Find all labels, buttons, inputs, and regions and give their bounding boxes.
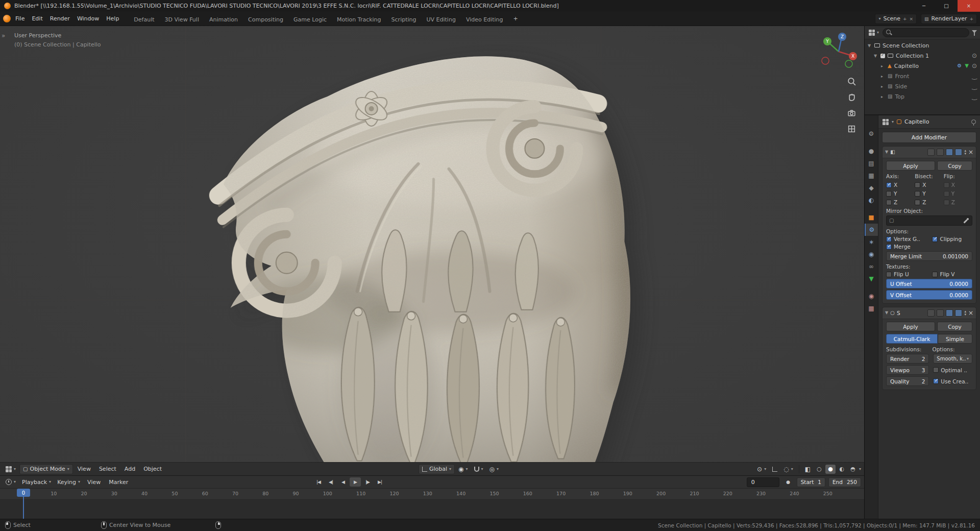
delete-modifier-icon[interactable]: × bbox=[968, 149, 973, 155]
add-view-layer-button[interactable]: + bbox=[969, 16, 973, 21]
tab-scene-properties[interactable]: ◆ bbox=[865, 182, 878, 194]
mirror-object-field[interactable]: ▢ bbox=[886, 215, 972, 226]
copy-button[interactable]: Copy bbox=[937, 161, 972, 171]
outliner-row-scene-collection[interactable]: ▼ Scene Collection bbox=[865, 40, 980, 51]
toolbar-expand-icon[interactable]: » bbox=[2, 32, 5, 39]
expand-icon[interactable]: ▸ bbox=[881, 64, 885, 68]
minimize-button[interactable]: ─ bbox=[913, 0, 935, 12]
expand-icon[interactable]: ▼ bbox=[874, 54, 878, 58]
tab-physics-properties[interactable]: ◉ bbox=[865, 248, 878, 260]
outliner-row-collection-1[interactable]: ▼ Collection 1 ⊙ bbox=[865, 51, 980, 61]
flip-z-checkbox[interactable]: Z bbox=[944, 199, 972, 205]
display-viewport-toggle[interactable] bbox=[946, 309, 953, 317]
tab-tool[interactable]: ⚙ bbox=[865, 128, 878, 140]
display-viewport-toggle[interactable] bbox=[946, 149, 953, 156]
tab-view-layer-properties[interactable]: ▦ bbox=[865, 170, 878, 182]
view-layer-selector[interactable]: ▨ RenderLayer + bbox=[921, 14, 977, 24]
display-render-toggle[interactable] bbox=[955, 149, 962, 156]
merge-checkbox[interactable]: Merge bbox=[886, 244, 911, 250]
display-on-cage-toggle[interactable] bbox=[927, 309, 935, 317]
menu-item[interactable]: Help bbox=[103, 13, 122, 24]
v-offset-slider[interactable]: V Offset 0.0000 bbox=[886, 290, 972, 300]
apply-button[interactable]: Apply bbox=[886, 322, 935, 331]
axis-x-checkbox[interactable]: X bbox=[886, 182, 915, 188]
workspace-tab[interactable]: UV Editing bbox=[422, 14, 461, 26]
move-down-icon[interactable]: ▾ bbox=[964, 152, 966, 155]
shading-material-button[interactable]: ◐ bbox=[837, 465, 847, 474]
catmull-clark-button[interactable]: Catmull-Clark bbox=[886, 334, 938, 344]
workspace-tab[interactable]: 3D View Full bbox=[160, 14, 204, 26]
bisect-z-checkbox[interactable]: Z bbox=[915, 199, 943, 205]
previous-keyframe-button[interactable]: ◀| bbox=[325, 477, 336, 487]
editor-type-selector[interactable]: ▾ bbox=[3, 464, 18, 474]
mirror-modifier-header[interactable]: ▼ ◧ ▴ ▾ × bbox=[883, 147, 976, 158]
new-scene-button[interactable]: + bbox=[903, 16, 907, 21]
scene-selector[interactable]: ▾ Scene + × bbox=[875, 14, 917, 24]
eye-closed-icon[interactable]: ‿ bbox=[972, 73, 977, 79]
unlink-scene-button[interactable]: × bbox=[910, 16, 914, 21]
reorder-buttons[interactable]: ▴ ▾ bbox=[964, 310, 966, 316]
zoom-icon[interactable] bbox=[847, 77, 856, 86]
expand-icon[interactable]: ▸ bbox=[881, 74, 885, 79]
flip-x-checkbox[interactable]: X bbox=[944, 182, 972, 188]
timeline-editor-type-selector[interactable]: ▾ bbox=[3, 477, 18, 487]
pan-hand-icon[interactable] bbox=[847, 93, 856, 102]
playback-menu[interactable]: Playback ▾ bbox=[19, 477, 54, 487]
navigation-gizmo[interactable]: X Y Z bbox=[819, 32, 858, 71]
axis-z-checkbox[interactable]: Z bbox=[886, 199, 915, 205]
timeline-menu-marker[interactable]: Marker bbox=[105, 477, 132, 488]
optimal-display-checkbox[interactable]: Optimal .. bbox=[933, 367, 967, 373]
outliner-row-top[interactable]: ▸ ▨ Top ‿ bbox=[865, 91, 980, 102]
clipping-checkbox[interactable]: Clipping bbox=[932, 236, 972, 242]
shading-wireframe-button[interactable]: ○ bbox=[814, 465, 824, 474]
uv-smooth-dropdown[interactable]: Smooth, k.. ▾ bbox=[933, 354, 972, 364]
tab-world-properties[interactable]: ◐ bbox=[865, 194, 878, 206]
flip-y-checkbox[interactable]: Y bbox=[944, 190, 972, 197]
eyedropper-icon[interactable] bbox=[963, 218, 969, 224]
playhead-frame-badge[interactable]: 0 bbox=[17, 489, 30, 497]
object-visibility-dropdown[interactable]: ⊙ ▾ bbox=[754, 464, 769, 474]
workspace-tab[interactable]: Motion Tracking bbox=[332, 14, 386, 26]
workspace-tab[interactable]: Animation bbox=[204, 14, 243, 26]
tab-particle-properties[interactable]: ∗ bbox=[865, 236, 878, 248]
viewport-subdivisions-field[interactable]: Viewpo 3 bbox=[886, 365, 929, 375]
workspace-tab[interactable]: Default bbox=[129, 14, 159, 26]
outliner-row-front[interactable]: ▸ ▨ Front ‿ bbox=[865, 71, 980, 81]
tab-texture-properties[interactable]: ▦ bbox=[865, 302, 878, 315]
display-edit-mode-toggle[interactable] bbox=[937, 309, 944, 317]
current-frame-field[interactable]: 0 bbox=[747, 477, 779, 487]
menu-item[interactable]: Render bbox=[46, 13, 74, 24]
eye-icon[interactable]: ⊙ bbox=[972, 53, 977, 59]
copy-button[interactable]: Copy bbox=[937, 322, 972, 331]
eye-icon[interactable]: ⊙ bbox=[972, 63, 977, 69]
tab-render-properties[interactable]: ● bbox=[865, 145, 878, 157]
add-workspace-button[interactable]: + bbox=[509, 14, 522, 23]
xray-toggle[interactable]: ◧ bbox=[802, 464, 813, 474]
use-creases-checkbox[interactable]: Use Crea.. bbox=[933, 378, 968, 384]
outliner-search-input[interactable] bbox=[883, 28, 969, 37]
delete-modifier-icon[interactable]: × bbox=[968, 310, 973, 316]
eye-closed-icon[interactable]: ‿ bbox=[972, 83, 977, 89]
expand-icon[interactable]: ▸ bbox=[881, 84, 885, 89]
add-modifier-button[interactable]: Add Modifier bbox=[882, 132, 976, 143]
reorder-buttons[interactable]: ▴ ▾ bbox=[964, 149, 966, 155]
jump-to-start-button[interactable]: |◀ bbox=[313, 477, 324, 487]
playhead-line[interactable] bbox=[23, 497, 24, 519]
workspace-tab[interactable]: Video Editing bbox=[461, 14, 508, 26]
filter-icon[interactable] bbox=[972, 30, 977, 33]
auto-keying-button[interactable]: ● bbox=[782, 477, 794, 487]
tab-object-properties[interactable]: ■ bbox=[865, 211, 878, 224]
collapse-icon[interactable]: ▼ bbox=[885, 311, 888, 315]
bisect-x-checkbox[interactable]: X bbox=[915, 182, 943, 188]
display-edit-mode-toggle[interactable] bbox=[937, 149, 944, 156]
next-keyframe-button[interactable]: |▶ bbox=[362, 477, 373, 487]
outliner-row-capitello[interactable]: ▸ ▲ Capitello ⚙ ▼ ⊙ bbox=[865, 61, 980, 71]
workspace-tab[interactable]: Scripting bbox=[386, 14, 422, 26]
overlays-toggle[interactable]: ◌ ▾ bbox=[781, 464, 796, 474]
timeline-ruler[interactable]: 0102030405060708090100110120130140150160… bbox=[0, 489, 864, 500]
viewport-menu-add[interactable]: Add bbox=[121, 464, 139, 474]
eye-closed-icon[interactable]: ‿ bbox=[972, 93, 977, 100]
move-down-icon[interactable]: ▾ bbox=[964, 313, 966, 316]
flip-v-checkbox[interactable]: Flip V bbox=[932, 271, 972, 277]
shading-rendered-button[interactable]: ◓ bbox=[848, 465, 858, 474]
